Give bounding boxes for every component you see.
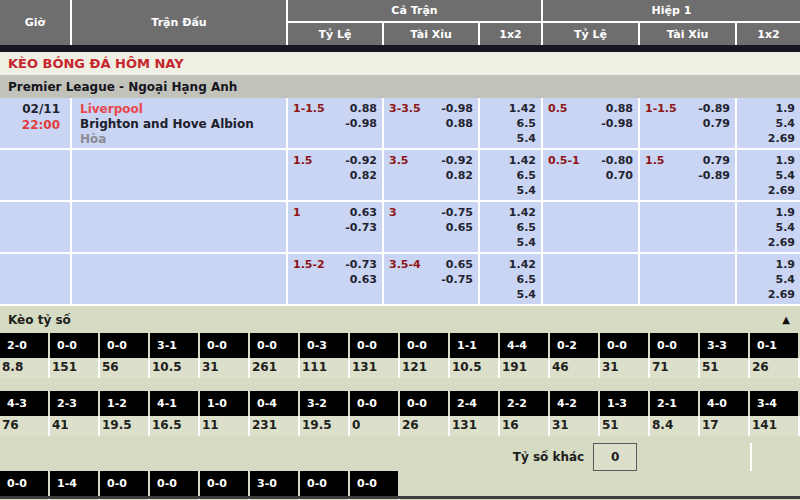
- score-odds-value[interactable]: 71: [650, 358, 700, 378]
- score-odds-value[interactable]: 46: [550, 358, 600, 378]
- score-odds-value[interactable]: 26: [750, 358, 800, 378]
- score-odds-value[interactable]: 51: [700, 358, 750, 378]
- odds-value[interactable]: 5.4: [485, 183, 536, 198]
- score-odds-value[interactable]: 31: [200, 358, 250, 378]
- odds-value[interactable]: 6.5: [485, 272, 536, 287]
- odds-value[interactable]: 1.42: [485, 153, 536, 168]
- odds-value[interactable]: 5.4: [485, 287, 536, 302]
- score-odds-value[interactable]: 51: [600, 416, 650, 436]
- odds-value[interactable]: 6.5: [485, 220, 536, 235]
- odds-value[interactable]: 2.69: [742, 183, 795, 198]
- score-odds-value[interactable]: 141: [750, 416, 800, 436]
- odds-value[interactable]: -0.73: [345, 257, 377, 272]
- score-odds-value[interactable]: 56: [100, 358, 150, 378]
- odds-value[interactable]: 2.69: [742, 235, 795, 250]
- score-odds-value[interactable]: 10.5: [150, 358, 200, 378]
- match-teams-cell[interactable]: Liverpool Brighton and Hove Albion Hòa: [72, 98, 288, 148]
- odds-value[interactable]: 0.88: [606, 101, 633, 116]
- score-label: 0-1: [750, 333, 798, 358]
- odds-value[interactable]: -0.98: [441, 101, 473, 116]
- odds-value[interactable]: 0.82: [293, 168, 377, 183]
- score-odds-value[interactable]: 0: [350, 416, 400, 436]
- odds-value[interactable]: -0.73: [293, 220, 377, 235]
- score-odds-value[interactable]: 8.4: [650, 416, 700, 436]
- collapse-up-icon[interactable]: ▲: [782, 314, 790, 325]
- odds-value[interactable]: 5.4: [742, 272, 795, 287]
- odds-value[interactable]: 5.4: [742, 168, 795, 183]
- score-label: 0-0: [600, 333, 648, 358]
- odds-value[interactable]: -0.80: [601, 153, 633, 168]
- odds-value[interactable]: -0.98: [548, 116, 633, 131]
- odds-value[interactable]: 0.79: [703, 153, 730, 168]
- odds-value[interactable]: 0.79: [645, 116, 730, 131]
- odds-value[interactable]: 2.69: [742, 131, 795, 146]
- score-odds-value[interactable]: 261: [250, 358, 300, 378]
- score-odds-value[interactable]: 76: [0, 416, 50, 436]
- odds-value[interactable]: 0.70: [548, 168, 633, 183]
- score-label: 0-0: [200, 333, 248, 358]
- score-odds-value[interactable]: 10.5: [450, 358, 500, 378]
- score-label: 0-0: [100, 471, 148, 496]
- odds-value[interactable]: 1.42: [485, 101, 536, 116]
- odds-value[interactable]: -0.92: [441, 153, 473, 168]
- score-row: 2-08.80-01510-0563-110.50-0310-02610-311…: [0, 333, 800, 378]
- score-odds-value[interactable]: 19.5: [300, 416, 350, 436]
- score-cell: 0-4231: [250, 391, 300, 436]
- score-odds-value[interactable]: 31: [550, 416, 600, 436]
- score-odds-value[interactable]: 151: [50, 358, 100, 378]
- score-odds-value[interactable]: 17: [700, 416, 750, 436]
- score-odds-value[interactable]: 11: [200, 416, 250, 436]
- odds-value[interactable]: 1.9: [742, 101, 795, 116]
- handicap-line: 1.5: [293, 153, 313, 168]
- score-odds-value[interactable]: 231: [250, 416, 300, 436]
- odds-value[interactable]: 0.63: [350, 205, 377, 220]
- odds-value[interactable]: -0.89: [645, 168, 730, 183]
- score-odds-value[interactable]: 16.5: [150, 416, 200, 436]
- score-label: 4-3: [0, 391, 48, 416]
- score-odds-value[interactable]: 121: [400, 358, 450, 378]
- odds-value[interactable]: 0.82: [389, 168, 473, 183]
- odds-value[interactable]: -0.75: [441, 205, 473, 220]
- score-label: 0-0: [150, 471, 198, 496]
- odds-value[interactable]: 1.9: [742, 205, 795, 220]
- column-header-time: Giờ: [0, 0, 72, 45]
- score-odds-value[interactable]: 111: [300, 358, 350, 378]
- odds-value[interactable]: -0.98: [293, 116, 377, 131]
- h1-handicap-cell: 0.50.88 -0.98: [543, 98, 640, 148]
- page-title: KÈO BÓNG ĐÁ HÔM NAY: [0, 56, 184, 71]
- odds-value[interactable]: 5.4: [485, 235, 536, 250]
- score-odds-value[interactable]: 26: [400, 416, 450, 436]
- score-odds-value[interactable]: 31: [600, 358, 650, 378]
- odds-value[interactable]: 0.88: [350, 101, 377, 116]
- odds-value[interactable]: 6.5: [485, 116, 536, 131]
- odds-value[interactable]: 5.4: [742, 116, 795, 131]
- score-label: 1-2: [100, 391, 148, 416]
- handicap-line: 0.5: [548, 101, 568, 116]
- odds-value[interactable]: 5.4: [742, 220, 795, 235]
- odds-value[interactable]: 1.9: [742, 153, 795, 168]
- odds-value[interactable]: 2.69: [742, 287, 795, 302]
- score-odds-value[interactable]: 131: [450, 416, 500, 436]
- odds-value[interactable]: 0.63: [293, 272, 377, 287]
- score-odds-value[interactable]: 41: [50, 416, 100, 436]
- odds-value[interactable]: -0.92: [345, 153, 377, 168]
- overunder-line: 1.5: [645, 153, 665, 168]
- score-odds-value[interactable]: 16: [500, 416, 550, 436]
- score-odds-value[interactable]: 191: [500, 358, 550, 378]
- score-odds-value[interactable]: 131: [350, 358, 400, 378]
- odds-value[interactable]: -0.75: [389, 272, 473, 287]
- score-odds-value[interactable]: 8.8: [0, 358, 50, 378]
- odds-value[interactable]: 0.88: [389, 116, 473, 131]
- odds-value[interactable]: 1.42: [485, 257, 536, 272]
- score-cell: 4-231: [550, 391, 600, 436]
- odds-value[interactable]: -0.89: [698, 101, 730, 116]
- score-cell: 1-011: [200, 391, 250, 436]
- odds-value[interactable]: 0.65: [389, 220, 473, 235]
- odds-value[interactable]: 6.5: [485, 168, 536, 183]
- odds-value[interactable]: 1.9: [742, 257, 795, 272]
- other-score-value[interactable]: 0: [593, 443, 637, 471]
- odds-value[interactable]: 0.65: [446, 257, 473, 272]
- odds-value[interactable]: 1.42: [485, 205, 536, 220]
- score-odds-value[interactable]: 19.5: [100, 416, 150, 436]
- odds-value[interactable]: 5.4: [485, 131, 536, 146]
